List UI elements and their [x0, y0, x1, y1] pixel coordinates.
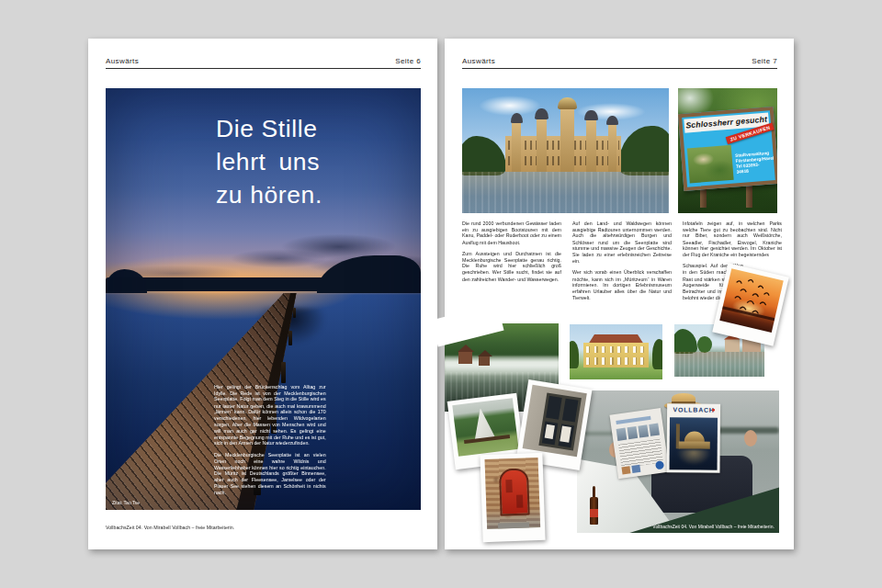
- column1-paragraph-2: Zum Aussteigen und Durchatmen ist die Me…: [462, 251, 561, 282]
- trees-left: [674, 329, 697, 354]
- page-number: Seite 6: [395, 57, 421, 65]
- cover-photo-dome-building: [669, 417, 717, 469]
- tower-cap: [606, 116, 618, 125]
- waterfront-building: [725, 339, 740, 352]
- contact-line: Tel 033093-34618: [736, 162, 771, 175]
- water-reflection: [462, 172, 669, 213]
- page-right: Auswärts Seite 7: [445, 39, 794, 549]
- trees-right: [618, 126, 669, 175]
- article-headline-bar: [616, 415, 650, 424]
- red-door: [499, 468, 530, 515]
- sunset-photo: [719, 268, 784, 333]
- castle-tower: [608, 123, 616, 172]
- magazine-name: Auswärts: [462, 57, 495, 65]
- castle-tower: [512, 120, 521, 172]
- footer-caption-left: VollbachsZeit 04. Von Mirabell Vollbach …: [106, 525, 326, 531]
- tree-center: [697, 336, 712, 353]
- page-left: Auswärts Seite 6 Die Stille lehrt uns zu…: [88, 39, 437, 549]
- polaroid-red-door: [480, 453, 545, 542]
- page-left-header: Auswärts Seite 6: [106, 57, 421, 65]
- sail-photo: [452, 398, 518, 457]
- trees-left: [462, 136, 506, 176]
- magazine-name: Auswärts: [106, 57, 139, 65]
- bird-silhouettes: [719, 268, 784, 333]
- boathouse: [458, 351, 472, 364]
- red-dot: [712, 408, 715, 411]
- column2-paragraph-2: Wer sich vorab einen Überblick verschaff…: [572, 270, 672, 301]
- castle-tower: [537, 117, 547, 172]
- window-pane: [546, 396, 562, 420]
- article-title: Die Stille lehrt uns zu hören.: [216, 112, 322, 211]
- small-photo: [621, 466, 630, 474]
- article-body: Hier gelingt der Brückenschlag vom Allta…: [214, 384, 326, 502]
- body-paragraph-2: Die Mecklenburgische Seenplatte ist an v…: [214, 452, 326, 496]
- museum-base: [679, 441, 709, 448]
- title-line-1: Die Stille: [216, 112, 322, 145]
- water-reflection-glow: [676, 449, 710, 465]
- round-logo: [655, 460, 664, 469]
- window-pane: [561, 399, 578, 423]
- photo-strip: [616, 423, 659, 440]
- small-photo: [631, 464, 640, 472]
- text-column-1: Die rund 2000 verbundenen Gewässer laden…: [462, 220, 561, 304]
- sign-contact: Stadtverwaltung Fürstenberg/Havel Tel 03…: [735, 151, 771, 175]
- manor-house-photo: [570, 324, 662, 379]
- photo-credit: Zitat: Tao Tse: [112, 501, 140, 505]
- column2-paragraph-1: Auf den Land- und Waldwegen können ausgi…: [572, 220, 672, 265]
- door-steps: [498, 522, 530, 528]
- right-hand: [744, 430, 757, 447]
- header-rule: [462, 68, 777, 69]
- title-line-3: zu hören.: [216, 178, 322, 211]
- window-row: [586, 346, 646, 354]
- museum-dome: [684, 431, 705, 443]
- magazine-left-page: [609, 408, 669, 479]
- boat-reader-photo: VOLLBACH VollbachsZeit 04. Von Mirabell …: [577, 390, 779, 533]
- castle-tower: [586, 119, 596, 172]
- aerial-photo: [687, 145, 734, 184]
- door-panel: [516, 495, 524, 508]
- header-rule: [106, 68, 421, 69]
- beer-bottle: [590, 486, 598, 525]
- tower-cap: [535, 108, 548, 119]
- tree-right: [652, 339, 662, 369]
- title-line-2: lehrt uns: [216, 145, 322, 178]
- white-sail: [471, 407, 495, 440]
- hero-photo-lake-jetty: Die Stille lehrt uns zu hören. Hier geli…: [106, 88, 421, 510]
- door-panel: [505, 480, 513, 492]
- window-row: [586, 357, 646, 365]
- window-photo: [523, 385, 587, 458]
- footer-caption-right: VollbachsZeit 04. Von Mirabell Vollbach …: [653, 525, 775, 529]
- boathouse-roof: [478, 350, 492, 356]
- column1-paragraph-1: Die rund 2000 verbundenen Gewässer laden…: [462, 220, 561, 245]
- cloud: [479, 96, 541, 116]
- magazine-cover: VOLLBACH: [666, 403, 720, 473]
- open-magazine: VOLLBACH: [612, 401, 724, 481]
- tower-cap: [511, 113, 524, 123]
- sign-photo: Schlossherr gesucht ZU VERKAUFEN Stadtve…: [678, 88, 777, 213]
- manor-facade: [583, 343, 649, 367]
- text-column-2: Auf den Land- und Waldwegen können ausgi…: [572, 220, 672, 328]
- water-reflection: [674, 352, 764, 377]
- red-door-photo: [485, 458, 541, 529]
- magazine-spread: Auswärts Seite 6 Die Stille lehrt uns zu…: [0, 0, 882, 588]
- bottle-label: [590, 509, 598, 517]
- castle-photo: [462, 88, 669, 213]
- boathouse-roof: [458, 345, 474, 352]
- tree-left: [570, 341, 579, 368]
- boathouse: [479, 356, 490, 366]
- billboard: Schlossherr gesucht ZU VERKAUFEN Stadtve…: [678, 107, 777, 191]
- window-frame: [538, 392, 582, 451]
- page-right-header: Auswärts Seite 7: [462, 57, 777, 65]
- body-paragraph-1: Hier gelingt der Brückenschlag vom Allta…: [214, 384, 326, 447]
- column3-paragraph-1: Infotafeln zeigen auf, in welchen Parks …: [683, 220, 782, 258]
- golden-dome: [558, 97, 576, 110]
- page-number: Seite 7: [752, 57, 777, 65]
- castle-main-tower: [560, 107, 574, 172]
